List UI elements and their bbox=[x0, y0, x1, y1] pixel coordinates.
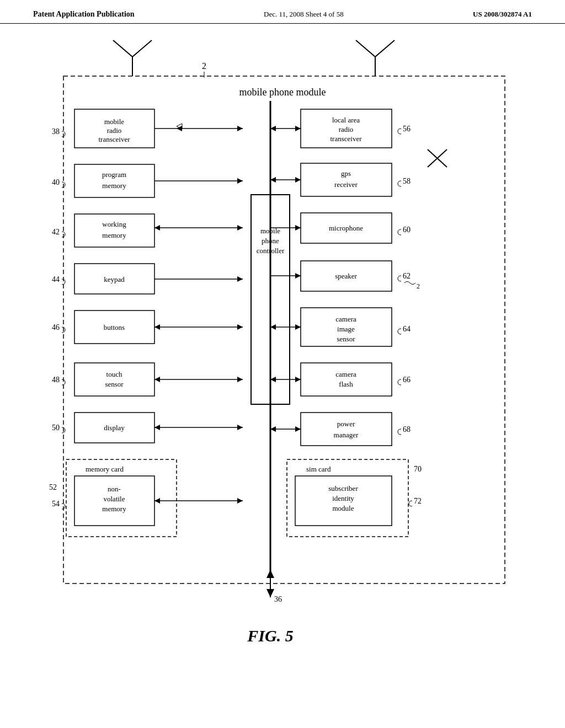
diagram-area: mobile phone module 2 mobile radio trans… bbox=[0, 24, 565, 675]
svg-marker-29 bbox=[237, 225, 243, 231]
svg-marker-72 bbox=[295, 126, 301, 131]
svg-line-6 bbox=[356, 40, 375, 57]
svg-line-7 bbox=[375, 40, 395, 57]
ref-2-top: 2 bbox=[202, 61, 206, 71]
svg-text:module: module bbox=[333, 504, 354, 512]
svg-text:buttons: buttons bbox=[104, 323, 125, 331]
svg-text:identity: identity bbox=[332, 494, 354, 502]
svg-marker-64 bbox=[237, 498, 243, 504]
svg-text:display: display bbox=[104, 424, 125, 432]
svg-text:56: 56 bbox=[403, 125, 411, 133]
svg-text:microphone: microphone bbox=[329, 224, 363, 232]
svg-text:44: 44 bbox=[52, 275, 60, 283]
svg-text:62: 62 bbox=[403, 272, 411, 280]
svg-text:program: program bbox=[102, 170, 126, 179]
svg-rect-18 bbox=[74, 164, 154, 197]
svg-text:50: 50 bbox=[52, 424, 60, 432]
svg-text:38: 38 bbox=[52, 127, 60, 136]
module-title: mobile phone module bbox=[239, 87, 326, 98]
svg-text:58: 58 bbox=[403, 177, 411, 185]
svg-text:68: 68 bbox=[403, 425, 411, 433]
svg-marker-107 bbox=[295, 377, 301, 382]
svg-marker-54 bbox=[154, 425, 160, 430]
svg-text:52: 52 bbox=[49, 483, 57, 491]
svg-text:working: working bbox=[102, 220, 126, 228]
svg-text:60: 60 bbox=[403, 226, 411, 234]
svg-text:72: 72 bbox=[414, 497, 422, 505]
svg-rect-0 bbox=[63, 76, 505, 584]
svg-text:54: 54 bbox=[52, 500, 60, 508]
svg-text:transceiver: transceiver bbox=[330, 135, 362, 143]
svg-text:2: 2 bbox=[417, 282, 420, 290]
svg-marker-81 bbox=[295, 177, 301, 183]
svg-text:sensor: sensor bbox=[105, 380, 124, 388]
svg-rect-109 bbox=[301, 413, 392, 446]
svg-text:gps: gps bbox=[341, 169, 351, 178]
page: Patent Application Publication Dec. 11, … bbox=[0, 0, 565, 728]
svg-marker-15 bbox=[237, 126, 243, 131]
svg-text:70: 70 bbox=[414, 465, 422, 473]
svg-text:touch: touch bbox=[106, 370, 122, 378]
svg-marker-129 bbox=[266, 570, 274, 578]
svg-marker-41 bbox=[154, 324, 160, 330]
svg-text:memory card: memory card bbox=[86, 465, 124, 473]
svg-text:memory: memory bbox=[102, 231, 126, 239]
svg-text:power: power bbox=[337, 420, 355, 428]
svg-text:66: 66 bbox=[403, 376, 411, 384]
svg-line-4 bbox=[132, 40, 152, 57]
figure-label: FIG. 5 bbox=[247, 627, 293, 645]
svg-text:64: 64 bbox=[403, 325, 411, 333]
svg-text:transceiver: transceiver bbox=[98, 135, 130, 143]
svg-text:volatile: volatile bbox=[104, 495, 125, 503]
patent-diagram: mobile phone module 2 mobile radio trans… bbox=[0, 24, 565, 675]
svg-text:camera: camera bbox=[335, 370, 356, 378]
svg-line-3 bbox=[113, 40, 132, 57]
svg-rect-24 bbox=[74, 214, 154, 247]
svg-marker-35 bbox=[237, 276, 243, 282]
svg-text:camera: camera bbox=[335, 315, 356, 323]
svg-marker-40 bbox=[237, 324, 243, 330]
header-date-sheet: Dec. 11, 2008 Sheet 4 of 58 bbox=[264, 10, 344, 19]
svg-text:mobile: mobile bbox=[260, 227, 280, 235]
svg-text:memory: memory bbox=[102, 181, 126, 190]
svg-text:sensor: sensor bbox=[337, 335, 355, 343]
svg-marker-48 bbox=[154, 377, 160, 382]
svg-text:40: 40 bbox=[52, 178, 60, 186]
page-header: Patent Application Publication Dec. 11, … bbox=[0, 0, 565, 24]
svg-text:sim card: sim card bbox=[306, 465, 331, 473]
svg-text:subscriber: subscriber bbox=[328, 484, 358, 493]
svg-text:42: 42 bbox=[52, 228, 60, 236]
svg-text:36: 36 bbox=[274, 595, 282, 603]
svg-text:keypad: keypad bbox=[104, 275, 125, 283]
svg-text:manager: manager bbox=[334, 431, 359, 439]
svg-marker-65 bbox=[154, 498, 160, 504]
svg-text:speaker: speaker bbox=[335, 272, 357, 280]
svg-text:mobile: mobile bbox=[104, 117, 124, 126]
svg-text:controller: controller bbox=[257, 247, 285, 255]
svg-marker-23 bbox=[237, 178, 243, 184]
svg-text:48: 48 bbox=[52, 376, 60, 384]
svg-text:radio: radio bbox=[339, 125, 354, 133]
svg-marker-100 bbox=[295, 324, 301, 330]
svg-marker-47 bbox=[237, 377, 243, 382]
header-patent-number: US 2008/302874 A1 bbox=[473, 10, 532, 19]
svg-rect-102 bbox=[301, 363, 392, 396]
svg-text:phone: phone bbox=[262, 237, 279, 245]
svg-marker-53 bbox=[237, 425, 243, 430]
svg-rect-76 bbox=[301, 163, 392, 196]
svg-text:46: 46 bbox=[52, 323, 60, 331]
svg-text:non-: non- bbox=[108, 485, 121, 493]
svg-rect-42 bbox=[74, 363, 154, 396]
svg-text:image: image bbox=[337, 325, 355, 333]
svg-text:receiver: receiver bbox=[334, 180, 358, 189]
svg-marker-114 bbox=[295, 426, 301, 432]
svg-marker-30 bbox=[154, 225, 160, 231]
header-publication: Patent Application Publication bbox=[33, 10, 135, 19]
svg-text:memory: memory bbox=[102, 505, 126, 513]
svg-marker-87 bbox=[295, 225, 301, 231]
svg-text:local area: local area bbox=[332, 116, 360, 124]
svg-marker-130 bbox=[266, 589, 274, 597]
svg-marker-93 bbox=[295, 273, 301, 279]
svg-text:flash: flash bbox=[339, 380, 353, 388]
svg-text:radio: radio bbox=[107, 126, 122, 135]
